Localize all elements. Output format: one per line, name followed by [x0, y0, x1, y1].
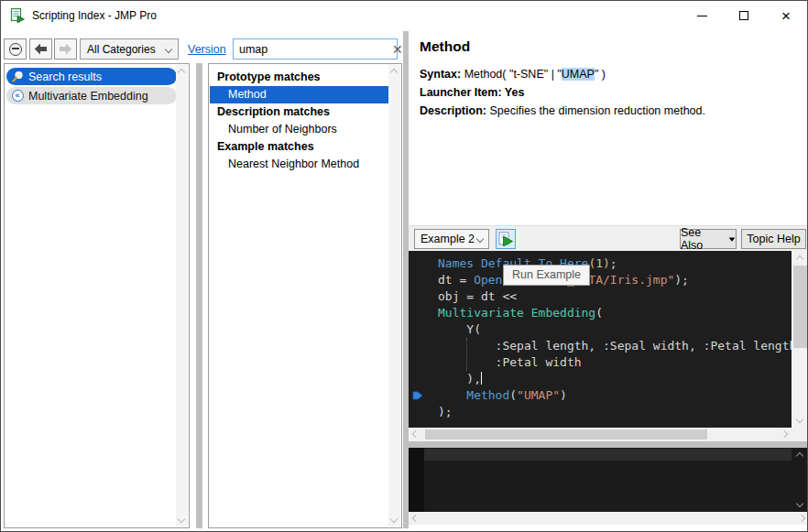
back-arrow-icon [34, 43, 48, 55]
example-code-panel[interactable]: Names Default To Here(1);dt = Open("$SAM… [409, 251, 808, 428]
search-results-list: Prototype matchesMethodDescription match… [210, 69, 388, 173]
title-bar: Scripting Index - JMP Pro × [1, 1, 807, 30]
clear-search-icon[interactable]: ✕ [392, 42, 403, 57]
topic-help-button[interactable]: Topic Help [741, 229, 806, 249]
text-cursor [481, 372, 482, 385]
code-line: :Petal width [438, 354, 792, 371]
window-title: Scripting Index - JMP Pro [32, 1, 157, 30]
category-item-label: Multivariate Embedding [28, 90, 148, 103]
minimize-button[interactable] [681, 1, 723, 30]
search-term-highlight: UMAP [562, 68, 595, 81]
scroll-up-icon [796, 452, 803, 460]
code-line: ), [438, 371, 792, 387]
minimize-icon [697, 16, 707, 16]
log-panel[interactable] [409, 448, 808, 512]
circle-minus-icon [9, 43, 22, 56]
indent-guide [466, 338, 467, 371]
search-box: ✕ [233, 38, 398, 60]
magnifier-icon [11, 71, 24, 83]
code-line: obj = dt << [438, 288, 792, 305]
detail-panel: Method Syntax: Method( "t-SNE" | "UMAP" … [409, 31, 808, 225]
dropdown-arrow-icon [729, 237, 736, 241]
result-item-number-of-neighbors[interactable]: Number of Neighbors [210, 121, 388, 138]
category-item-search-results[interactable]: Search results [6, 68, 177, 85]
scroll-down-icon [178, 516, 185, 523]
log-gutter [409, 448, 424, 512]
code-line: Names Default To Here(1); [438, 255, 792, 272]
double-chevron-icon: « [11, 90, 24, 103]
back-button[interactable] [29, 38, 52, 60]
category-select[interactable]: All Categories [80, 38, 179, 60]
close-icon: × [781, 8, 791, 24]
log-horizontal-scrollbar[interactable] [409, 512, 808, 525]
example-select-value: Example 2 [420, 233, 475, 245]
scroll-down-icon [390, 516, 398, 523]
code-line: :Sepal length, :Sepal width, :Petal leng… [438, 338, 792, 354]
current-line-marker-icon [412, 390, 423, 401]
scripting-index-window: Scripting Index - JMP Pro × All Categori… [0, 0, 808, 532]
forward-arrow-icon [59, 43, 72, 55]
chevron-down-icon [165, 45, 172, 52]
search-input[interactable] [234, 43, 392, 56]
code-vertical-scrollbar[interactable] [792, 251, 808, 428]
search-toolbar: All Categories Version ✕ [1, 34, 409, 61]
search-results-panel: Prototype matchesMethodDescription match… [208, 63, 402, 528]
syntax-line: Syntax: Method( "t-SNE" | "UMAP" ) [420, 66, 606, 83]
scrollbar-thumb[interactable] [793, 266, 807, 348]
code-line: dt = Open("$SAMPLE_DATA/Iris.jmp"); [438, 272, 792, 288]
scroll-left-icon [412, 515, 420, 522]
category-item-multivariate-embedding[interactable]: «Multivariate Embedding [6, 87, 177, 104]
code-horizontal-scrollbar[interactable] [409, 428, 792, 441]
run-script-icon [498, 232, 514, 246]
code-line: Multivariate Embedding( [438, 305, 792, 321]
log-selected-row [424, 449, 792, 461]
result-item-nearest-neighbor-method[interactable]: Nearest Neighbor Method [210, 156, 388, 173]
scroll-left-icon [412, 430, 420, 438]
result-item-method[interactable]: Method [210, 86, 388, 103]
see-also-button[interactable]: See Also [680, 229, 737, 249]
scroll-up-icon [390, 69, 398, 76]
result-group-header: Description matches [210, 103, 388, 121]
code-line: ); [438, 404, 792, 420]
forward-button[interactable] [54, 38, 77, 60]
launcher-line: Launcher Item: Yes [420, 84, 524, 102]
panel-splitter[interactable] [196, 63, 202, 528]
collapse-categories-button[interactable] [4, 38, 27, 60]
run-example-button[interactable] [496, 229, 516, 249]
description-line: Description: Specifies the dimension red… [420, 103, 705, 120]
result-group-header: Example matches [210, 138, 388, 156]
scroll-up-icon [178, 69, 185, 76]
example-select[interactable]: Example 2 [414, 229, 489, 249]
scroll-up-icon [796, 255, 803, 263]
detail-title: Method [420, 38, 470, 55]
scrollbar-thumb[interactable] [425, 429, 707, 440]
results-scrollbar[interactable] [388, 65, 400, 527]
run-example-tooltip: Run Example [503, 265, 590, 286]
categories-scrollbar[interactable] [176, 65, 188, 527]
scrollbar-corner [792, 428, 808, 441]
maximize-icon [739, 11, 748, 20]
jmp-scripting-index-icon [9, 7, 26, 24]
scroll-right-icon [781, 430, 788, 438]
chevron-down-icon [476, 235, 484, 243]
category-select-value: All Categories [87, 43, 156, 56]
version-link[interactable]: Version [188, 43, 226, 56]
maximize-button[interactable] [723, 1, 765, 30]
horizontal-splitter[interactable] [409, 441, 808, 448]
categories-panel: Search results«Multivariate Embedding [4, 63, 190, 528]
code-line: Method("UMAP") [438, 387, 792, 404]
code-line: Y( [438, 321, 792, 338]
result-group-header: Prototype matches [210, 69, 388, 86]
log-vertical-scrollbar[interactable] [792, 448, 808, 512]
scroll-down-icon [796, 500, 803, 507]
close-button[interactable]: × [765, 1, 807, 30]
scroll-down-icon [796, 416, 803, 423]
category-item-label: Search results [28, 71, 102, 83]
example-toolbar: Example 2 See Also Topic Help [409, 225, 808, 251]
scroll-right-icon [798, 515, 805, 522]
